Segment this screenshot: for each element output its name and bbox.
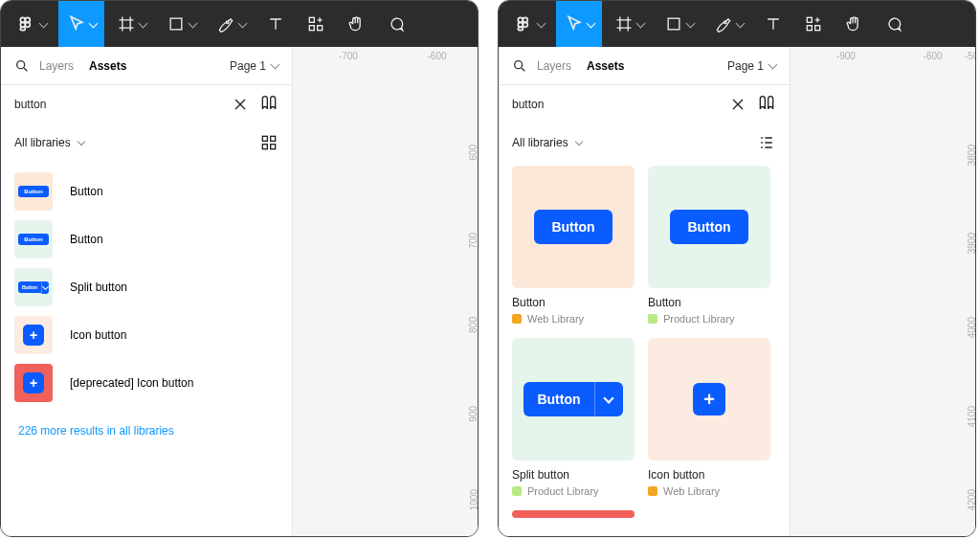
resources-button[interactable]: [298, 1, 334, 47]
list-item[interactable]: Button Split button: [1, 263, 292, 311]
svg-point-10: [17, 60, 25, 68]
asset-thumbnail: +: [14, 316, 53, 354]
pen-tool-button[interactable]: [705, 1, 751, 47]
svg-rect-17: [518, 27, 523, 30]
list-item[interactable]: Button Button: [1, 168, 292, 215]
asset-library: Web Library: [648, 485, 770, 497]
vertical-ruler: 3800390040004100420043004400: [947, 70, 975, 536]
asset-name: Split button: [70, 281, 127, 294]
tab-layers[interactable]: Layers: [39, 59, 74, 73]
text-tool-button[interactable]: [257, 1, 294, 47]
grid-view-toggle-icon[interactable]: [259, 133, 278, 152]
svg-rect-13: [262, 145, 267, 149]
asset-list: Button Button Button Button Button Split…: [1, 162, 292, 413]
canvas[interactable]: -900-600-50 3800390040004100420043004400: [791, 47, 975, 536]
svg-rect-20: [668, 18, 679, 30]
page-label: Page 1: [230, 59, 266, 73]
main-toolbar: [1, 1, 478, 47]
move-tool-button[interactable]: [556, 1, 602, 47]
asset-preview: +: [648, 338, 770, 460]
resources-button[interactable]: [795, 1, 832, 47]
move-tool-button[interactable]: [58, 1, 104, 47]
list-item[interactable]: + Icon button: [1, 311, 292, 359]
horizontal-ruler: -900-600-50: [791, 47, 975, 70]
svg-rect-14: [271, 145, 276, 149]
library-icon[interactable]: [259, 95, 278, 114]
svg-rect-7: [309, 17, 314, 22]
asset-preview: [512, 510, 635, 518]
frame-tool-button[interactable]: [606, 1, 652, 47]
svg-rect-9: [309, 26, 314, 31]
svg-rect-22: [807, 17, 812, 22]
hand-tool-button[interactable]: [835, 1, 872, 47]
vertical-ruler: 600700800900100011001200: [449, 70, 478, 536]
search-icon[interactable]: [512, 58, 527, 74]
comment-tool-button[interactable]: [876, 1, 912, 47]
asset-preview: Button: [648, 166, 770, 288]
hand-tool-button[interactable]: [338, 1, 374, 47]
svg-point-19: [523, 22, 527, 27]
horizontal-ruler: -700-600: [293, 47, 478, 70]
tab-layers[interactable]: Layers: [537, 59, 571, 73]
svg-rect-2: [20, 27, 25, 30]
list-item[interactable]: Button Button: [1, 215, 292, 263]
comment-tool-button[interactable]: [378, 1, 414, 47]
shape-tool-button[interactable]: [158, 1, 204, 47]
svg-rect-23: [815, 26, 820, 31]
asset-name: Button: [70, 233, 103, 246]
asset-search-input[interactable]: [14, 98, 221, 111]
list-item[interactable]: + [deprecated] Icon button: [1, 359, 292, 407]
asset-preview: Button: [512, 338, 635, 460]
figma-menu-button[interactable]: [9, 1, 55, 47]
list-view-toggle-icon[interactable]: [757, 133, 776, 152]
chevron-down-icon: [77, 138, 84, 146]
svg-rect-11: [262, 136, 267, 141]
clear-search-icon[interactable]: [728, 95, 747, 114]
figma-menu-button[interactable]: [506, 1, 552, 47]
shape-tool-button[interactable]: [656, 1, 702, 47]
library-icon[interactable]: [757, 95, 776, 114]
library-filter[interactable]: All libraries: [14, 136, 84, 149]
left-panel: Layers Assets Page 1 All libraries: [1, 47, 293, 536]
tab-assets[interactable]: Assets: [587, 59, 624, 73]
asset-card[interactable]: Button Button Web Library: [512, 166, 635, 325]
svg-rect-5: [170, 18, 182, 30]
frame-tool-button[interactable]: [108, 1, 154, 47]
asset-card[interactable]: [512, 510, 635, 518]
svg-point-4: [25, 22, 30, 27]
asset-library: Web Library: [512, 313, 635, 325]
svg-rect-8: [318, 26, 323, 31]
asset-thumbnail: Button: [14, 268, 53, 306]
canvas[interactable]: -700-600 600700800900100011001200: [293, 47, 478, 536]
asset-card[interactable]: Button Button Product Library: [648, 166, 770, 325]
asset-thumbnail: Button: [14, 220, 53, 258]
asset-card[interactable]: Button Split button Product Library: [512, 338, 635, 497]
asset-name: Split button: [512, 468, 635, 482]
library-filter[interactable]: All libraries: [512, 136, 582, 149]
asset-card[interactable]: + Icon button Web Library: [648, 338, 770, 497]
asset-name: [deprecated] Icon button: [70, 376, 193, 390]
more-results-link[interactable]: 226 more results in all libraries: [1, 413, 292, 449]
asset-library: Product Library: [512, 485, 635, 497]
asset-name: Icon button: [648, 468, 770, 482]
search-icon[interactable]: [14, 58, 30, 74]
chevron-down-icon: [768, 59, 778, 69]
svg-point-6: [226, 21, 229, 23]
svg-rect-24: [807, 26, 812, 31]
page-label: Page 1: [727, 59, 764, 73]
asset-name: Button: [70, 185, 103, 198]
svg-point-21: [724, 21, 726, 23]
tab-assets[interactable]: Assets: [89, 59, 126, 73]
svg-rect-12: [271, 136, 276, 141]
page-selector[interactable]: Page 1: [230, 59, 278, 73]
page-selector[interactable]: Page 1: [727, 59, 776, 73]
asset-thumbnail: +: [14, 364, 53, 402]
chevron-down-icon: [271, 59, 280, 69]
asset-search-input[interactable]: [512, 98, 719, 111]
pen-tool-button[interactable]: [208, 1, 254, 47]
left-panel: Layers Assets Page 1 All libraries: [499, 47, 791, 536]
text-tool-button[interactable]: [755, 1, 791, 47]
asset-preview: Button: [512, 166, 635, 288]
asset-name: Icon button: [70, 328, 126, 342]
clear-search-icon[interactable]: [231, 95, 250, 114]
